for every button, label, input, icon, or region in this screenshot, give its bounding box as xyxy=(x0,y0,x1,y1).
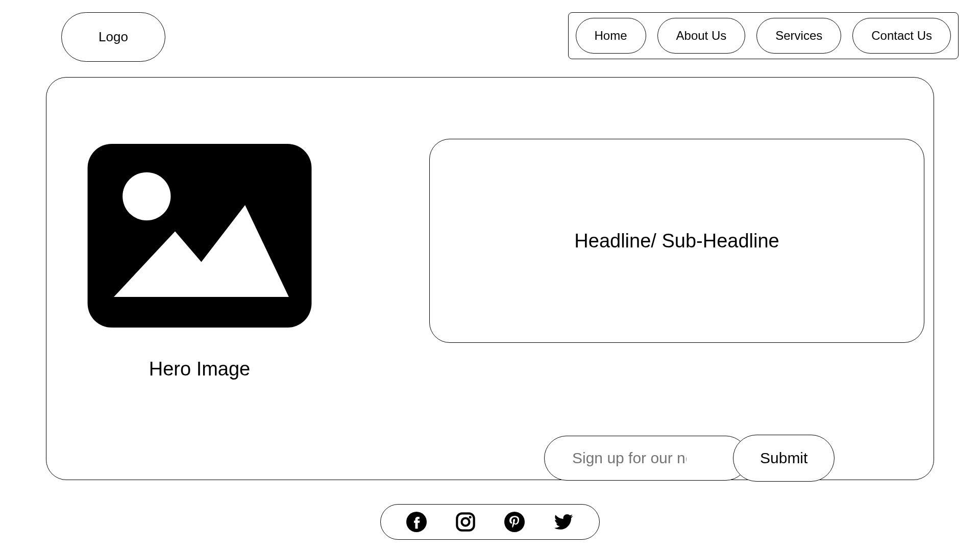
nav-container: Home About Us Services Contact Us xyxy=(568,12,959,59)
nav-about-us[interactable]: About Us xyxy=(657,18,746,54)
headline-text: Headline/ Sub-Headline xyxy=(574,230,779,252)
svg-rect-4 xyxy=(457,513,474,530)
submit-button[interactable]: Submit xyxy=(733,435,835,482)
svg-point-6 xyxy=(469,516,472,518)
nav-services[interactable]: Services xyxy=(756,18,841,54)
headline-box: Headline/ Sub-Headline xyxy=(429,139,924,343)
svg-point-5 xyxy=(462,518,470,526)
svg-rect-0 xyxy=(88,144,312,328)
social-bar xyxy=(380,504,600,540)
instagram-icon[interactable] xyxy=(455,512,476,532)
nav-contact-us[interactable]: Contact Us xyxy=(852,18,951,54)
pinterest-icon[interactable] xyxy=(504,512,525,532)
header: Logo Home About Us Services Contact Us xyxy=(0,0,980,62)
logo[interactable]: Logo xyxy=(61,12,165,62)
newsletter-wrapper: Submit xyxy=(544,435,835,482)
nav-home[interactable]: Home xyxy=(576,18,646,54)
twitter-icon[interactable] xyxy=(553,512,574,532)
newsletter-input[interactable] xyxy=(544,436,748,481)
hero-image-wrapper: Hero Image xyxy=(87,144,312,380)
hero-image-label: Hero Image xyxy=(149,358,251,380)
facebook-icon[interactable] xyxy=(406,512,427,532)
svg-point-1 xyxy=(122,172,170,220)
image-placeholder-icon xyxy=(87,144,312,328)
hero-section: Hero Image Headline/ Sub-Headline Submit xyxy=(46,77,934,480)
